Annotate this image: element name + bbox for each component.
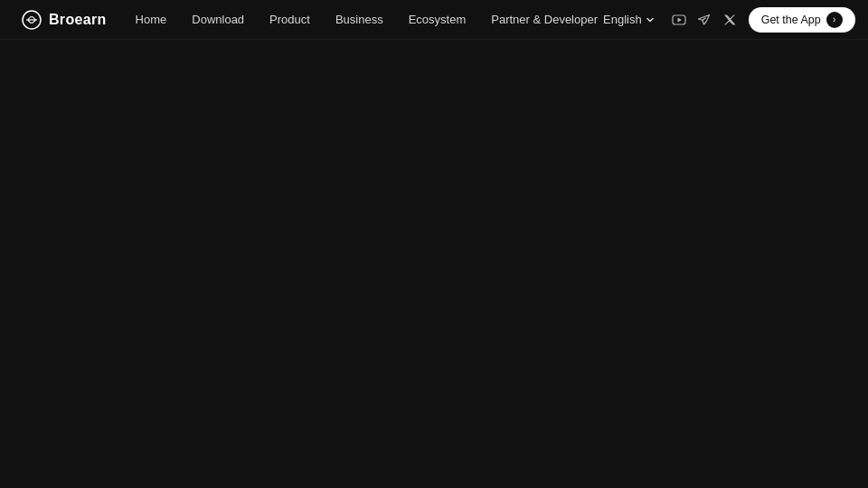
- get-app-label: Get the App: [761, 14, 821, 26]
- social-icons: [671, 12, 738, 28]
- nav-right: English: [598, 7, 855, 33]
- nav-left: Broearn Home Download Product Business E…: [22, 10, 598, 30]
- logo[interactable]: Broearn: [22, 10, 107, 30]
- brand-name: Broearn: [49, 12, 107, 28]
- logo-icon: [22, 10, 42, 30]
- get-app-circle: ›: [826, 12, 843, 28]
- svg-marker-3: [677, 17, 682, 22]
- nav-link-download[interactable]: Download: [192, 13, 244, 26]
- navbar: Broearn Home Download Product Business E…: [0, 0, 868, 40]
- arrow-icon: ›: [833, 15, 835, 24]
- language-label: English: [603, 13, 642, 26]
- svg-line-4: [703, 17, 706, 20]
- main-content: [0, 40, 868, 488]
- twitter-icon[interactable]: [722, 12, 738, 28]
- get-app-button[interactable]: Get the App ›: [749, 7, 855, 33]
- chevron-down-icon: [646, 15, 655, 24]
- language-selector[interactable]: English: [598, 9, 660, 30]
- telegram-icon[interactable]: [696, 12, 712, 28]
- nav-link-partner-developer[interactable]: Partner & Developer: [491, 13, 598, 26]
- nav-link-ecosystem[interactable]: Ecosystem: [409, 13, 467, 26]
- nav-links: Home Download Product Business Ecosystem…: [136, 13, 598, 26]
- nav-link-product[interactable]: Product: [269, 13, 310, 26]
- youtube-icon[interactable]: [671, 12, 687, 28]
- nav-link-home[interactable]: Home: [136, 13, 167, 26]
- nav-link-business[interactable]: Business: [335, 13, 383, 26]
